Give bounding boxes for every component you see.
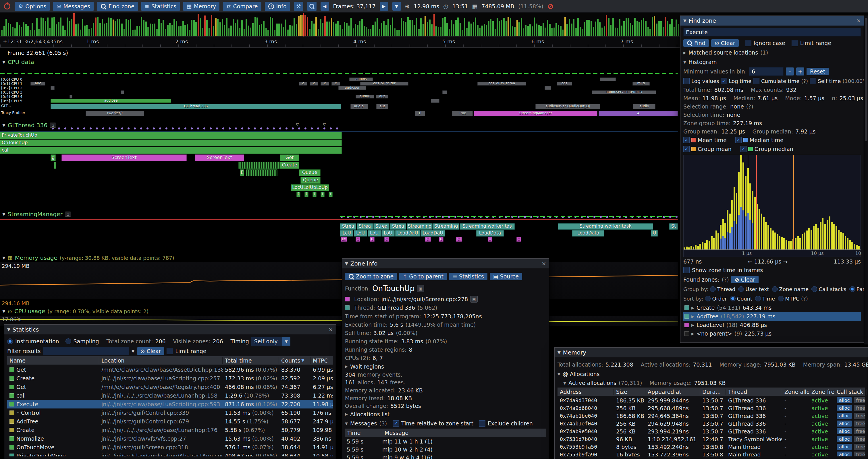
zone-chip[interactable]: PrivateTouchUp xyxy=(0,132,342,139)
hint[interactable]: (?) xyxy=(722,276,729,283)
column-header[interactable]: Counts▼ xyxy=(279,357,310,364)
zone-info-titlebar[interactable]: ▼ Zone info ✕ xyxy=(342,259,549,268)
zone-chip[interactable]: LoU xyxy=(381,230,395,236)
histogram-bar[interactable] xyxy=(856,245,858,250)
zone-chip[interactable]: ( xyxy=(320,192,324,197)
vertical-scrollbar[interactable] xyxy=(864,15,868,345)
zone-chip[interactable]: audio. xyxy=(350,104,368,109)
histogram-bar[interactable] xyxy=(831,222,833,250)
histogram-bar[interactable] xyxy=(815,224,817,250)
zone-chip[interactable]: ( xyxy=(305,192,308,197)
zone-chip[interactable]: LoU xyxy=(368,230,381,236)
zone-chip[interactable]: audio xyxy=(633,104,655,109)
histogram-bar[interactable] xyxy=(788,241,789,250)
column-header[interactable]: Zone free xyxy=(809,389,834,395)
find-zone-search-input[interactable] xyxy=(683,28,861,36)
zone-chip[interactable] xyxy=(246,169,277,176)
column-header[interactable]: Size xyxy=(614,389,645,395)
zone-chip[interactable]: A xyxy=(598,111,678,116)
zone-chip[interactable]: call xyxy=(0,147,342,154)
filter-input[interactable] xyxy=(43,347,129,355)
zone-chip[interactable]: Queue xyxy=(301,177,320,184)
collapse-icon[interactable]: ▼ xyxy=(558,372,560,376)
histogram-bar[interactable] xyxy=(690,246,692,250)
group-by-radio[interactable] xyxy=(772,286,778,292)
zone-chip[interactable]: aut xyxy=(376,95,388,98)
histogram-bar[interactable] xyxy=(840,232,842,250)
histogram-bar[interactable] xyxy=(763,217,765,250)
histogram-bar[interactable] xyxy=(811,230,812,250)
histogram-bar[interactable] xyxy=(700,244,701,250)
histogram-bar[interactable] xyxy=(768,225,769,250)
wait-regions-row[interactable]: ▶ Wait regions xyxy=(345,362,546,370)
log-time-checkbox[interactable] xyxy=(721,78,727,84)
tools-icon[interactable]: ⚒ xyxy=(294,2,303,11)
column-header[interactable]: Address xyxy=(558,389,614,395)
memory-titlebar[interactable]: ▼ Memory xyxy=(555,348,868,357)
histogram-bar[interactable] xyxy=(695,245,696,250)
decrease-button[interactable]: - xyxy=(786,67,794,75)
active-allocations-row[interactable]: ▼ Active allocations (70,311) Memory usa… xyxy=(558,379,865,387)
group-by-option[interactable]: Call stacks xyxy=(811,286,846,292)
zone-chip[interactable]: Ci xyxy=(425,237,431,242)
scrollbar-thumb[interactable] xyxy=(865,18,867,141)
zone-chip[interactable]: C xyxy=(384,237,389,242)
toolbar-button-messages[interactable]: ✉Messages xyxy=(53,2,93,11)
histogram-bar[interactable] xyxy=(813,226,814,250)
zone-chip[interactable]: cds xyxy=(557,82,572,86)
alloc-callstack-button[interactable]: alloc xyxy=(837,405,852,411)
histogram-bar[interactable] xyxy=(717,233,719,250)
message-row[interactable]: 5.59 smip 9 w 4 h 4 (16) xyxy=(345,454,546,459)
clear-filter-button[interactable]: ⊘ Clear xyxy=(137,347,164,355)
alloc-callstack-button[interactable]: alloc xyxy=(837,413,852,419)
zone-chip[interactable]: aut xyxy=(376,104,388,109)
histogram-bar[interactable] xyxy=(820,222,822,250)
allocation-row[interactable]: 0x74ab1be040186.68 KB294,645,364ns13:50.… xyxy=(558,412,865,420)
histogram-bar[interactable] xyxy=(765,222,767,250)
found-zone-group[interactable]: ▶<no parent>(9)225.73 µs xyxy=(683,329,861,338)
zone-chip[interactable]: E xyxy=(240,169,244,176)
zone-chip[interactable]: audioser xyxy=(338,86,366,90)
histogram-bar[interactable] xyxy=(779,236,781,250)
min-bin-input[interactable] xyxy=(749,67,783,76)
copy-icon[interactable]: ▣ xyxy=(417,285,424,292)
alloc-callstack-button[interactable]: alloc xyxy=(837,444,852,450)
histogram-bar[interactable] xyxy=(842,233,844,250)
close-icon[interactable]: ✕ xyxy=(542,261,546,267)
zone-chip[interactable]: Queue xyxy=(299,169,320,176)
free-callstack-button[interactable]: free xyxy=(854,413,865,419)
histogram-bar[interactable] xyxy=(758,209,760,250)
statistics-titlebar[interactable]: ▼ Statistics ✕ xyxy=(4,325,336,334)
allocation-row[interactable]: 0x74a9d68040256 KB295,668,489ns13:50.7GL… xyxy=(558,404,865,412)
found-zone-group[interactable]: ▶Create(54,131)643.34 ms xyxy=(683,303,861,312)
timing-combo[interactable]: Self only ▼ xyxy=(251,337,290,346)
histogram-bar[interactable] xyxy=(802,234,803,250)
histogram-bar[interactable] xyxy=(777,234,778,250)
zone-chip[interactable]: LoU xyxy=(354,230,367,236)
zone-chip[interactable]: St xyxy=(669,223,678,230)
histogram-bar[interactable] xyxy=(827,220,828,250)
histogram-bar[interactable] xyxy=(806,230,808,250)
histogram-bar[interactable] xyxy=(711,236,713,250)
group-by-radio[interactable] xyxy=(710,286,716,292)
find-button[interactable]: Find xyxy=(683,39,709,47)
limit-range-checkbox[interactable] xyxy=(166,348,173,354)
alloc-callstack-button[interactable]: alloc xyxy=(837,397,852,403)
ghost-zones-icon[interactable]: ▫ xyxy=(65,211,71,217)
zone-chip[interactable] xyxy=(54,162,56,169)
zone-chip[interactable]: audios xyxy=(349,77,373,81)
free-callstack-button[interactable]: free xyxy=(854,428,865,434)
zone-chip[interactable]: auc xyxy=(30,82,45,86)
toolbar-button-options[interactable]: ⚙Options xyxy=(15,2,50,11)
histogram-bar[interactable] xyxy=(847,238,849,250)
zone-chip[interactable]: Streaming xyxy=(433,223,459,230)
copy-icon[interactable]: ▣ xyxy=(470,296,478,302)
find-zone-titlebar[interactable]: ▼ Find zone ✕ xyxy=(680,16,864,26)
zone-chip[interactable]: ScreenText xyxy=(61,155,187,161)
histogram-bar[interactable] xyxy=(851,242,853,250)
histogram-bar[interactable] xyxy=(849,240,851,250)
collapse-icon[interactable]: ▼ xyxy=(683,60,686,64)
zone-chip[interactable]: LocULoiUpLoUp xyxy=(291,184,329,191)
zone-chip[interactable]: C xyxy=(517,237,521,242)
histogram-plot[interactable]: 1 µs10 µs10 xyxy=(683,155,861,257)
